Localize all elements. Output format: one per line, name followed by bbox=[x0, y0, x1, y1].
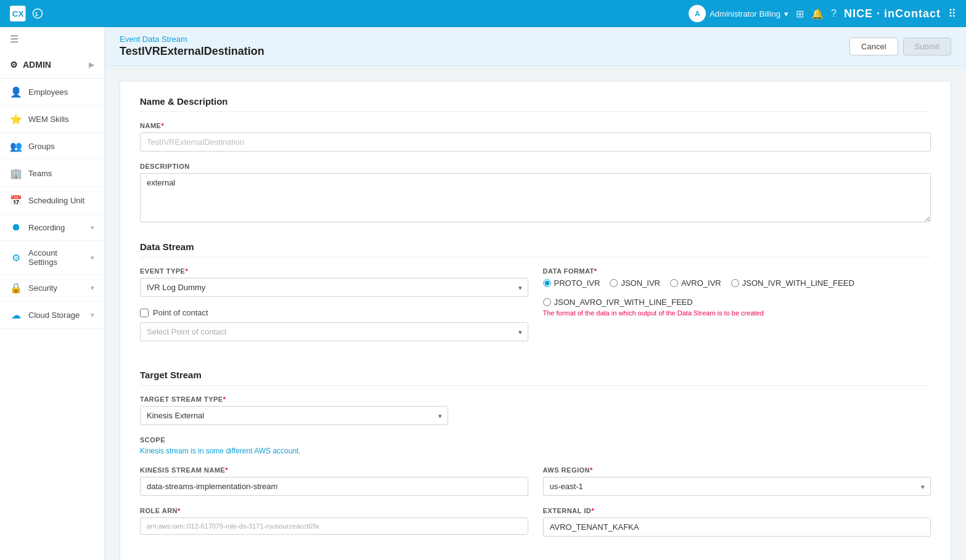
submit-button[interactable]: Submit bbox=[903, 38, 951, 55]
point-of-contact-checkbox[interactable] bbox=[140, 309, 149, 317]
cloud-storage-arrow-icon: ▾ bbox=[91, 311, 94, 319]
radio-avro-ivr[interactable]: AVRO_IVR bbox=[670, 278, 721, 288]
form-card: Name & Description NAME* DESCRIPTION ext… bbox=[120, 81, 951, 560]
external-id-input[interactable] bbox=[543, 517, 931, 537]
scope-group: SCOPE Kinesis stream is in some differen… bbox=[140, 436, 931, 455]
security-arrow-icon: ▾ bbox=[91, 284, 94, 292]
role-arn-input[interactable] bbox=[140, 517, 528, 535]
sidebar: ☰ ⚙ ADMIN ▶ 👤 Employees ⭐ WEM Skills 👥 G… bbox=[0, 27, 105, 560]
kinesis-stream-name-input[interactable] bbox=[140, 477, 528, 496]
role-arn-group: ROLE ARN* bbox=[140, 507, 528, 537]
recording-icon: ⏺ bbox=[10, 222, 22, 233]
event-type-select-wrapper: IVR Log Dummy ▾ bbox=[140, 278, 528, 297]
sidebar-item-employees[interactable]: 👤 Employees bbox=[0, 79, 104, 106]
name-required: * bbox=[161, 122, 164, 129]
security-icon: 🔒 bbox=[10, 282, 22, 294]
name-input[interactable] bbox=[140, 132, 931, 152]
external-id-group: EXTERNAL ID* bbox=[543, 507, 931, 537]
nice-brand: NICE · inContact bbox=[844, 7, 941, 20]
menu-toggle[interactable]: ☰ bbox=[0, 27, 104, 51]
data-stream-row: EVENT TYPE* IVR Log Dummy ▾ Point of bbox=[140, 267, 931, 352]
groups-label: Groups bbox=[28, 142, 94, 151]
cancel-button[interactable]: Cancel bbox=[849, 38, 898, 55]
point-of-contact-select-wrapper: Select Point of contact ▾ bbox=[140, 322, 528, 341]
radio-json-avro-lf[interactable]: JSON_AVRO_IVR_WITH_LINE_FEED bbox=[543, 298, 693, 307]
wem-skills-label: WEM Skills bbox=[28, 115, 94, 124]
admin-arrow-icon: ▶ bbox=[89, 60, 94, 69]
target-stream-type-select[interactable]: Kinesis External bbox=[140, 406, 448, 425]
svg-text:1: 1 bbox=[35, 10, 39, 17]
logo: CX 1 bbox=[10, 4, 47, 23]
sidebar-item-wem-skills[interactable]: ⭐ WEM Skills bbox=[0, 106, 104, 133]
sidebar-admin[interactable]: ⚙ ADMIN ▶ bbox=[0, 51, 104, 79]
description-label: DESCRIPTION bbox=[140, 163, 931, 170]
description-input[interactable]: external bbox=[140, 173, 931, 222]
svg-text:CX: CX bbox=[12, 9, 24, 18]
radio-json-ivr[interactable]: JSON_IVR bbox=[610, 278, 660, 288]
main-content: Event Data Stream TestIVRExternalDestina… bbox=[105, 27, 966, 560]
scope-label: SCOPE bbox=[140, 436, 931, 444]
kinesis-aws-row: KINESIS STREAM NAME* AWS REGION* us-east… bbox=[140, 466, 931, 507]
name-desc-section-title: Name & Description bbox=[140, 96, 931, 112]
event-type-select[interactable]: IVR Log Dummy bbox=[140, 278, 528, 297]
recording-arrow-icon: ▾ bbox=[91, 224, 94, 232]
point-of-contact-checkbox-label[interactable]: Point of contact bbox=[140, 308, 528, 317]
name-label: NAME* bbox=[140, 122, 931, 129]
employees-label: Employees bbox=[28, 87, 94, 97]
cloud-storage-icon: ☁ bbox=[10, 309, 22, 321]
sidebar-item-account-settings[interactable]: ⚙ Account Settings ▾ bbox=[0, 241, 104, 275]
radio-json-ivr-lf[interactable]: JSON_IVR_WITH_LINE_FEED bbox=[731, 278, 854, 288]
event-type-group: EVENT TYPE* IVR Log Dummy ▾ Point of bbox=[140, 267, 528, 352]
external-id-label: EXTERNAL ID* bbox=[543, 507, 931, 514]
nav-right: A Administrator Billing ▾ ⊞ 🔔 ? NICE · i… bbox=[689, 5, 956, 22]
sidebar-item-groups[interactable]: 👥 Groups bbox=[0, 133, 104, 160]
teams-label: Teams bbox=[28, 169, 94, 178]
page-title: TestIVRExternalDestination bbox=[120, 45, 264, 58]
user-dropdown-icon[interactable]: ▾ bbox=[784, 9, 788, 18]
event-type-label: EVENT TYPE* bbox=[140, 267, 528, 275]
form-area: Name & Description NAME* DESCRIPTION ext… bbox=[105, 66, 966, 560]
data-stream-section-title: Data Stream bbox=[140, 241, 931, 258]
top-nav: CX 1 A Administrator Billing ▾ ⊞ 🔔 ? NIC… bbox=[0, 0, 966, 27]
aws-region-select-wrapper: us-east-1 ▾ bbox=[543, 477, 931, 496]
gear-icon: ⚙ bbox=[10, 60, 18, 70]
bell-icon[interactable]: 🔔 bbox=[811, 8, 824, 20]
sidebar-item-recording[interactable]: ⏺ Recording ▾ bbox=[0, 214, 104, 241]
account-settings-icon: ⚙ bbox=[10, 252, 22, 264]
name-group: NAME* bbox=[140, 122, 931, 152]
employees-icon: 👤 bbox=[10, 86, 22, 98]
breadcrumb[interactable]: Event Data Stream bbox=[120, 34, 264, 44]
user-info[interactable]: A Administrator Billing ▾ bbox=[689, 5, 788, 22]
role-external-row: ROLE ARN* EXTERNAL ID* bbox=[140, 507, 931, 548]
admin-label: ⚙ ADMIN bbox=[10, 60, 51, 70]
account-settings-arrow-icon: ▾ bbox=[91, 254, 94, 262]
point-of-contact-select[interactable]: Select Point of contact bbox=[140, 322, 528, 341]
description-group: DESCRIPTION external bbox=[140, 163, 931, 224]
wem-skills-icon: ⭐ bbox=[10, 113, 22, 125]
sidebar-item-cloud-storage[interactable]: ☁ Cloud Storage ▾ bbox=[0, 302, 104, 329]
sidebar-item-security[interactable]: 🔒 Security ▾ bbox=[0, 275, 104, 302]
target-stream-type-select-wrapper: Kinesis External ▾ bbox=[140, 406, 448, 425]
aws-region-select[interactable]: us-east-1 bbox=[543, 477, 931, 496]
data-format-label: DATA FORMAT* bbox=[543, 267, 931, 275]
monitor-icon[interactable]: ⊞ bbox=[796, 8, 804, 20]
radio-proto-ivr[interactable]: PROTO_IVR bbox=[543, 278, 600, 288]
account-settings-label: Account Settings bbox=[28, 248, 84, 267]
scope-text: Kinesis stream is in some different AWS … bbox=[140, 447, 931, 455]
teams-icon: 🏢 bbox=[10, 168, 22, 179]
avatar: A bbox=[689, 5, 706, 22]
sidebar-item-scheduling-unit[interactable]: 📅 Scheduling Unit bbox=[0, 187, 104, 214]
data-format-radio-group: PROTO_IVR JSON_IVR AVRO_IVR JSON_IV bbox=[543, 278, 931, 307]
apps-icon[interactable]: ⠿ bbox=[948, 7, 956, 20]
target-stream-section-title: Target Stream bbox=[140, 370, 931, 386]
aws-region-label: AWS REGION* bbox=[543, 466, 931, 474]
kinesis-stream-name-group: KINESIS STREAM NAME* bbox=[140, 466, 528, 496]
security-label: Security bbox=[28, 283, 84, 293]
target-stream-type-group: TARGET STREAM TYPE* Kinesis External ▾ bbox=[140, 396, 931, 425]
aws-region-group: AWS REGION* us-east-1 ▾ bbox=[543, 466, 931, 496]
role-arn-label: ROLE ARN* bbox=[140, 507, 528, 514]
sidebar-item-teams[interactable]: 🏢 Teams bbox=[0, 160, 104, 187]
help-icon[interactable]: ? bbox=[831, 8, 837, 19]
content-header: Event Data Stream TestIVRExternalDestina… bbox=[105, 27, 966, 66]
groups-icon: 👥 bbox=[10, 140, 22, 152]
